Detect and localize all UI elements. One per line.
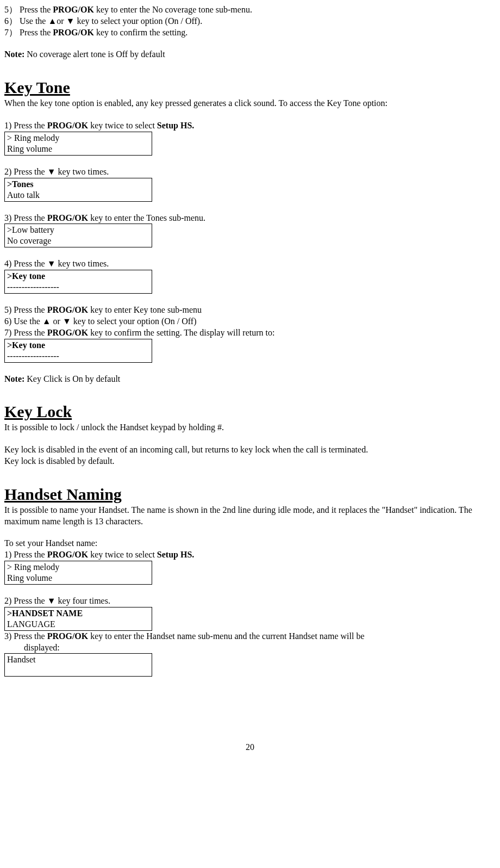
handset-naming-step3: 3) Press the PROG/OK key to enter the Ha… bbox=[4, 631, 496, 642]
keytone-step6: 6) Use the ▲ or ▼ key to select your opt… bbox=[4, 316, 496, 327]
step-7-key: PROG/OK bbox=[53, 28, 94, 37]
note-text: Key Click is On by default bbox=[24, 374, 120, 383]
hn-step1-prefix: 1) Press the bbox=[4, 550, 47, 559]
handset-naming-heading: Handset Naming bbox=[4, 483, 496, 505]
key-tone-heading: Key Tone bbox=[4, 77, 496, 98]
lcd-display: >HANDSET NAME LANGUAGE bbox=[4, 607, 152, 631]
key-lock-text2: Key lock is disabled in the event of an … bbox=[4, 444, 496, 456]
handset-naming-step1: 1) Press the PROG/OK key twice to select… bbox=[4, 549, 496, 561]
lcd-line1: Handset bbox=[7, 654, 149, 665]
lcd-line1: >Low battery bbox=[7, 225, 149, 235]
keytone-step5-rest: key to enter Key tone sub-menu bbox=[88, 305, 202, 314]
lcd-line2: No coverage bbox=[7, 235, 149, 246]
note-keytone: Note: Key Click is On by default bbox=[4, 374, 496, 385]
step-6: 6） Use the ▲or ▼ key to select your opti… bbox=[4, 16, 496, 27]
keytone-step7: 7) Press the PROG/OK key to confirm the … bbox=[4, 327, 496, 339]
lcd-line2: ------------------ bbox=[7, 351, 149, 362]
step-5: 5） Press the PROG/OK key to enter the No… bbox=[4, 4, 496, 16]
step-5-prefix: 5） Press the bbox=[4, 5, 53, 14]
keytone-step1-prefix: 1) Press the bbox=[4, 121, 47, 130]
key-lock-text1: It is possible to lock / unlock the Hand… bbox=[4, 422, 496, 433]
lcd-display: > Ring melody Ring volume bbox=[4, 561, 152, 585]
keytone-step5-prefix: 5) Press the bbox=[4, 305, 47, 314]
hn-step3-rest: key to enter the Handset name sub-menu a… bbox=[88, 631, 364, 641]
lcd-display: >Low battery No coverage bbox=[4, 224, 152, 247]
lcd-line2: LANGUAGE bbox=[7, 619, 149, 630]
keytone-step1: 1) Press the PROG/OK key twice to select… bbox=[4, 120, 496, 132]
keytone-step5: 5) Press the PROG/OK key to enter Key to… bbox=[4, 305, 496, 316]
lcd-line2 bbox=[7, 665, 149, 675]
note-nocoverage: Note: No coverage alert tone is Off by d… bbox=[4, 49, 496, 60]
lcd-line2: Ring volume bbox=[7, 573, 149, 584]
keytone-step1-key: PROG/OK bbox=[47, 121, 89, 130]
lcd-line2: ------------------ bbox=[7, 282, 149, 293]
lcd-line2: Ring volume bbox=[7, 144, 149, 154]
lcd-line1: >Key tone bbox=[7, 271, 149, 282]
keytone-step1-rest: key twice to select bbox=[88, 121, 157, 130]
lcd-display: >Key tone ------------------ bbox=[4, 270, 152, 294]
hn-step3-key: PROG/OK bbox=[47, 631, 89, 641]
keytone-step2: 2) Press the ▼ key two times. bbox=[4, 166, 496, 178]
lcd-line1: >Key tone bbox=[7, 340, 149, 351]
lcd-line1: >Tones bbox=[7, 179, 149, 190]
keytone-step7-rest: key to confirm the setting. The display … bbox=[88, 328, 274, 337]
keytone-step4: 4) Press the ▼ key two times. bbox=[4, 258, 496, 270]
handset-naming-step3-cont: displayed: bbox=[4, 642, 496, 654]
lcd-line1: > Ring melody bbox=[7, 562, 149, 573]
keytone-step3-rest: key to enter the Tones sub-menu. bbox=[88, 213, 205, 222]
hn-step3-prefix: 3) Press the bbox=[4, 631, 47, 641]
step-5-rest: key to enter the No coverage tone sub-me… bbox=[94, 5, 252, 14]
hn-step1-key: PROG/OK bbox=[47, 550, 89, 559]
handset-naming-step2: 2) Press the ▼ key four times. bbox=[4, 596, 496, 607]
step-7: 7） Press the PROG/OK key to confirm the … bbox=[4, 27, 496, 39]
key-lock-heading: Key Lock bbox=[4, 401, 496, 422]
note-label: Note: bbox=[4, 374, 24, 383]
keytone-step3-key: PROG/OK bbox=[47, 213, 89, 222]
step-7-prefix: 7） Press the bbox=[4, 28, 53, 37]
keytone-step5-key: PROG/OK bbox=[47, 305, 89, 314]
note-text: No coverage alert tone is Off by default bbox=[24, 49, 165, 59]
lcd-line1: >HANDSET NAME bbox=[7, 608, 149, 619]
lcd-display: Handset bbox=[4, 653, 152, 677]
hn-step1-bold: Setup HS. bbox=[157, 550, 194, 559]
step-5-key: PROG/OK bbox=[53, 5, 94, 14]
lcd-display: >Key tone ------------------ bbox=[4, 339, 152, 363]
key-tone-intro: When the key tone option is enabled, any… bbox=[4, 98, 496, 109]
hn-step1-rest: key twice to select bbox=[88, 550, 157, 559]
lcd-display: > Ring melody Ring volume bbox=[4, 132, 152, 156]
keytone-step7-key: PROG/OK bbox=[47, 328, 89, 337]
note-label: Note: bbox=[4, 49, 24, 59]
keytone-step1-bold: Setup HS. bbox=[157, 121, 194, 130]
handset-naming-toset: To set your Handset name: bbox=[4, 538, 496, 549]
keytone-step7-prefix: 7) Press the bbox=[4, 328, 47, 337]
page-number: 20 bbox=[4, 742, 496, 753]
step-7-rest: key to confirm the setting. bbox=[94, 28, 188, 37]
key-lock-text3: Key lock is disabled by default. bbox=[4, 456, 496, 467]
lcd-line1: > Ring melody bbox=[7, 133, 149, 144]
keytone-step3: 3) Press the PROG/OK key to enter the To… bbox=[4, 213, 496, 224]
lcd-line2: Auto talk bbox=[7, 190, 149, 201]
keytone-step3-prefix: 3) Press the bbox=[4, 213, 47, 222]
handset-naming-intro: It is possible to name your Handset. The… bbox=[4, 505, 496, 528]
lcd-display: >Tones Auto talk bbox=[4, 178, 152, 202]
